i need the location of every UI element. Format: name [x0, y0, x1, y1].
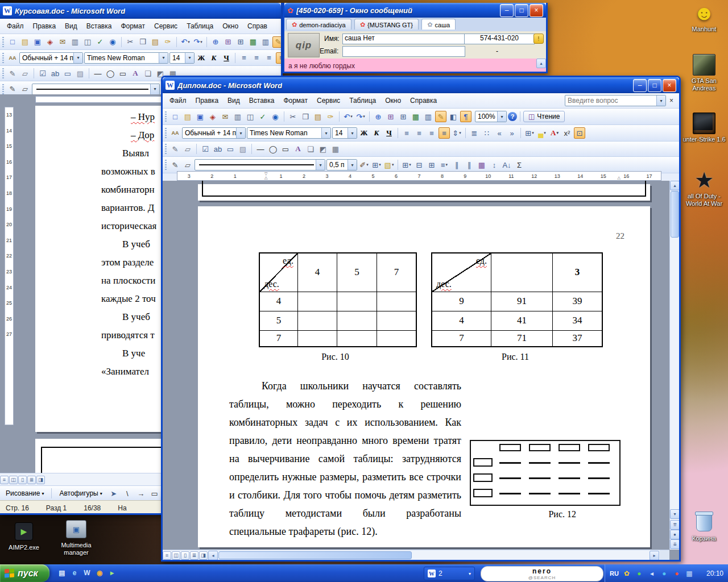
numbered-list-icon[interactable]: ≣ [469, 127, 480, 139]
draw-table-pencil-icon[interactable]: ✎ [7, 84, 18, 95]
close-button[interactable]: × [663, 79, 676, 92]
scroll-up-icon[interactable]: ▴ [536, 59, 546, 68]
spelling-icon[interactable]: ✓ [257, 111, 268, 122]
rectangle-tool-icon[interactable]: ▭ [149, 488, 160, 499]
reading-layout-icon[interactable]: ◨ [36, 476, 45, 484]
cell-alignment-icon[interactable]: ≡▾ [439, 159, 450, 171]
open-icon[interactable]: ▤ [182, 111, 193, 122]
antivirus-tray-icon[interactable]: ● [635, 569, 644, 578]
eraser-icon[interactable]: ▱ [19, 68, 31, 79]
text-field-icon[interactable]: ab [49, 68, 61, 79]
dropdown-field-icon[interactable]: ▭ [225, 143, 236, 155]
qip-flower-tray-icon[interactable]: ✿ [622, 569, 631, 578]
email-input[interactable] [342, 46, 465, 57]
paste-icon[interactable]: ▤ [150, 36, 161, 48]
document-page[interactable]: 22 ед. дес. 4 5 7 4 [198, 206, 650, 547]
desktop-icon-aimp2[interactable]: ▶ AIMP2.exe [3, 521, 45, 551]
menu-table[interactable]: Таблица [182, 20, 218, 32]
horizontal-scrollbar[interactable]: ≡◫▯≣◨ ◂ ▸ [163, 550, 669, 560]
chevron-down-icon[interactable]: ▾ [656, 95, 665, 106]
justify-icon[interactable]: ≡ [276, 52, 283, 64]
chevron-down-icon[interactable]: ▾ [321, 128, 330, 138]
menu-tools[interactable]: Сервис [150, 20, 182, 32]
research-icon[interactable]: ◉ [107, 36, 118, 48]
wordart-icon[interactable]: А [292, 143, 304, 155]
dropdown-field-icon[interactable]: ▭ [62, 68, 73, 79]
print-layout-icon[interactable]: ▯ [18, 476, 27, 484]
toolbar-grip[interactable] [165, 111, 167, 122]
styles-and-formatting-icon[interactable]: АА [7, 52, 18, 64]
bold-icon[interactable]: Ж [196, 52, 207, 64]
titlebar[interactable]: ✿ [450-020-659] - Окно сообщений – □ × [284, 3, 546, 18]
desktop-icon-call-of-duty[interactable]: ★ all Of Duty - World At War [680, 169, 728, 207]
desktop-icon-gta-san-andreas[interactable]: GTA San Andreas [680, 54, 728, 92]
chevron-down-icon[interactable]: ▾ [532, 131, 534, 135]
select-browse-object-icon[interactable]: ● [670, 530, 679, 539]
document-map-icon[interactable]: ◧ [448, 111, 459, 122]
start-button[interactable]: пуск [0, 564, 49, 582]
circle-shape-icon[interactable]: ◯ [105, 68, 116, 79]
toolbar-grip[interactable] [2, 53, 4, 63]
shading-color-icon[interactable]: ▧▾ [383, 159, 395, 171]
bold-icon[interactable]: Ж [358, 127, 370, 139]
chevron-down-icon[interactable]: ▾ [459, 131, 461, 135]
print-icon[interactable]: ▥ [69, 36, 81, 48]
copy-icon[interactable]: ❒ [137, 36, 148, 48]
wordart-icon[interactable]: А [130, 68, 141, 79]
left-indent-marker[interactable]: △ [264, 176, 267, 180]
research-icon[interactable]: ◉ [270, 111, 281, 122]
vertical-scrollbar[interactable]: ▴ ▾ ⇈ ● ⇊ [669, 181, 679, 550]
language-indicator[interactable]: RU [610, 570, 619, 577]
toolbar-grip[interactable] [2, 37, 4, 47]
permission-icon[interactable]: ◈ [207, 111, 218, 122]
desktop-icon-counter-strike[interactable]: unter-Strike 1.6 [680, 113, 728, 143]
help-icon[interactable]: ? [508, 112, 517, 121]
chevron-down-icon[interactable]: ▾ [348, 128, 357, 138]
chat-message-area[interactable]: а я не люблю гордых [284, 59, 546, 73]
zoom-combo[interactable]: 100% ▾ [475, 111, 507, 122]
ie-icon[interactable]: e [69, 568, 80, 578]
minimize-button[interactable]: – [633, 79, 647, 92]
restore-button[interactable]: □ [648, 79, 661, 92]
menu-file[interactable]: Файл [2, 20, 28, 32]
titlebar[interactable]: W Диплом.doc - Microsoft Word – □ × [163, 77, 679, 93]
insert-excel-icon[interactable]: ▦ [247, 36, 259, 48]
reading-mode-button[interactable]: ◫ Чтение [523, 111, 565, 122]
uin-field[interactable]: 574-431-020 [464, 34, 535, 44]
horizontal-ruler[interactable] [35, 96, 165, 103]
outline-view-icon[interactable]: ≣ [190, 551, 198, 560]
columns-icon[interactable]: ▥ [423, 111, 434, 122]
messenger-tray-icon[interactable]: ● [660, 569, 669, 578]
vertical-ruler[interactable]: 131415161718192021222324252627 [5, 107, 14, 425]
outline-view-icon[interactable]: ≣ [27, 476, 36, 484]
style-combo[interactable]: Обычный + 14 п ▾ [19, 52, 83, 64]
previous-page-icon[interactable]: ⇈ [670, 520, 679, 530]
format-painter-icon[interactable]: ✑ [325, 111, 336, 122]
show-desktop-icon[interactable]: ▤ [57, 568, 67, 578]
draw-table-pencil-icon[interactable]: ✎ [169, 159, 181, 171]
bullet-list-icon[interactable]: ∷ [481, 127, 493, 139]
tables-borders-icon[interactable]: ⊞ [385, 111, 396, 122]
cut-icon[interactable]: ✂ [287, 111, 299, 122]
insert-table-button-icon[interactable]: ⊞▾ [401, 159, 412, 171]
align-right-icon[interactable]: ≡ [426, 127, 437, 139]
chevron-down-icon[interactable]: ▾ [200, 40, 202, 44]
undo-icon[interactable]: ↶▾ [342, 111, 354, 122]
distribute-columns-icon[interactable]: ∥ [464, 159, 475, 171]
line-shape-icon[interactable]: — [92, 68, 104, 79]
menu-help[interactable]: Справка [406, 95, 441, 106]
toolbar-grip[interactable] [165, 144, 167, 154]
line-style-combo[interactable]: ▾ [32, 84, 160, 95]
volume-tray-icon[interactable]: ◂ [647, 569, 656, 578]
columns-icon[interactable]: ▥ [260, 36, 271, 48]
close-document-icon[interactable]: × [666, 97, 677, 105]
email-icon[interactable]: ✉ [57, 36, 68, 48]
menu-window[interactable]: Окно [218, 20, 243, 32]
tables-borders-icon[interactable]: ⊞ [222, 36, 234, 48]
distribute-rows-icon[interactable]: ∥ [451, 159, 462, 171]
italic-icon[interactable]: К [208, 52, 220, 64]
font-combo[interactable]: Times New Roman ▾ [247, 127, 331, 139]
decrease-indent-icon[interactable]: « [494, 127, 505, 139]
menu-window[interactable]: Окно [380, 95, 406, 106]
clock[interactable]: 20:10 [706, 569, 723, 577]
